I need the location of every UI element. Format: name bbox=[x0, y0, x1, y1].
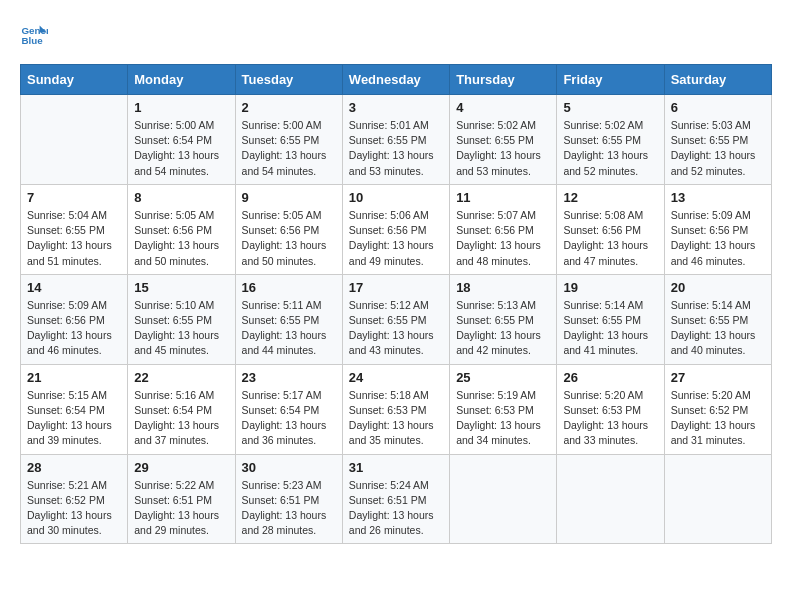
cell-content: Sunrise: 5:15 AM Sunset: 6:54 PM Dayligh… bbox=[27, 388, 121, 449]
day-number: 5 bbox=[563, 100, 657, 115]
day-number: 12 bbox=[563, 190, 657, 205]
cell-3-1: 14Sunrise: 5:09 AM Sunset: 6:56 PM Dayli… bbox=[21, 274, 128, 364]
day-number: 8 bbox=[134, 190, 228, 205]
cell-1-1 bbox=[21, 95, 128, 185]
day-number: 23 bbox=[242, 370, 336, 385]
cell-content: Sunrise: 5:04 AM Sunset: 6:55 PM Dayligh… bbox=[27, 208, 121, 269]
cell-2-2: 8Sunrise: 5:05 AM Sunset: 6:56 PM Daylig… bbox=[128, 184, 235, 274]
day-number: 21 bbox=[27, 370, 121, 385]
cell-content: Sunrise: 5:16 AM Sunset: 6:54 PM Dayligh… bbox=[134, 388, 228, 449]
cell-content: Sunrise: 5:12 AM Sunset: 6:55 PM Dayligh… bbox=[349, 298, 443, 359]
cell-4-7: 27Sunrise: 5:20 AM Sunset: 6:52 PM Dayli… bbox=[664, 364, 771, 454]
cell-content: Sunrise: 5:03 AM Sunset: 6:55 PM Dayligh… bbox=[671, 118, 765, 179]
cell-content: Sunrise: 5:02 AM Sunset: 6:55 PM Dayligh… bbox=[456, 118, 550, 179]
day-number: 3 bbox=[349, 100, 443, 115]
day-number: 22 bbox=[134, 370, 228, 385]
day-number: 9 bbox=[242, 190, 336, 205]
day-number: 14 bbox=[27, 280, 121, 295]
cell-content: Sunrise: 5:23 AM Sunset: 6:51 PM Dayligh… bbox=[242, 478, 336, 539]
col-header-tuesday: Tuesday bbox=[235, 65, 342, 95]
cell-3-7: 20Sunrise: 5:14 AM Sunset: 6:55 PM Dayli… bbox=[664, 274, 771, 364]
cell-content: Sunrise: 5:22 AM Sunset: 6:51 PM Dayligh… bbox=[134, 478, 228, 539]
cell-content: Sunrise: 5:06 AM Sunset: 6:56 PM Dayligh… bbox=[349, 208, 443, 269]
cell-content: Sunrise: 5:10 AM Sunset: 6:55 PM Dayligh… bbox=[134, 298, 228, 359]
cell-content: Sunrise: 5:11 AM Sunset: 6:55 PM Dayligh… bbox=[242, 298, 336, 359]
col-header-wednesday: Wednesday bbox=[342, 65, 449, 95]
day-number: 13 bbox=[671, 190, 765, 205]
col-header-friday: Friday bbox=[557, 65, 664, 95]
cell-content: Sunrise: 5:20 AM Sunset: 6:52 PM Dayligh… bbox=[671, 388, 765, 449]
cell-5-7 bbox=[664, 454, 771, 544]
cell-4-3: 23Sunrise: 5:17 AM Sunset: 6:54 PM Dayli… bbox=[235, 364, 342, 454]
cell-3-4: 17Sunrise: 5:12 AM Sunset: 6:55 PM Dayli… bbox=[342, 274, 449, 364]
cell-content: Sunrise: 5:17 AM Sunset: 6:54 PM Dayligh… bbox=[242, 388, 336, 449]
cell-4-2: 22Sunrise: 5:16 AM Sunset: 6:54 PM Dayli… bbox=[128, 364, 235, 454]
day-number: 19 bbox=[563, 280, 657, 295]
cell-content: Sunrise: 5:14 AM Sunset: 6:55 PM Dayligh… bbox=[671, 298, 765, 359]
cell-4-4: 24Sunrise: 5:18 AM Sunset: 6:53 PM Dayli… bbox=[342, 364, 449, 454]
week-row-2: 7Sunrise: 5:04 AM Sunset: 6:55 PM Daylig… bbox=[21, 184, 772, 274]
day-number: 28 bbox=[27, 460, 121, 475]
cell-content: Sunrise: 5:05 AM Sunset: 6:56 PM Dayligh… bbox=[134, 208, 228, 269]
cell-1-6: 5Sunrise: 5:02 AM Sunset: 6:55 PM Daylig… bbox=[557, 95, 664, 185]
week-row-1: 1Sunrise: 5:00 AM Sunset: 6:54 PM Daylig… bbox=[21, 95, 772, 185]
cell-2-5: 11Sunrise: 5:07 AM Sunset: 6:56 PM Dayli… bbox=[450, 184, 557, 274]
day-number: 4 bbox=[456, 100, 550, 115]
day-number: 18 bbox=[456, 280, 550, 295]
cell-3-6: 19Sunrise: 5:14 AM Sunset: 6:55 PM Dayli… bbox=[557, 274, 664, 364]
calendar-table: SundayMondayTuesdayWednesdayThursdayFrid… bbox=[20, 64, 772, 544]
day-number: 26 bbox=[563, 370, 657, 385]
cell-5-5 bbox=[450, 454, 557, 544]
cell-3-2: 15Sunrise: 5:10 AM Sunset: 6:55 PM Dayli… bbox=[128, 274, 235, 364]
cell-2-4: 10Sunrise: 5:06 AM Sunset: 6:56 PM Dayli… bbox=[342, 184, 449, 274]
cell-content: Sunrise: 5:09 AM Sunset: 6:56 PM Dayligh… bbox=[671, 208, 765, 269]
col-header-saturday: Saturday bbox=[664, 65, 771, 95]
day-number: 31 bbox=[349, 460, 443, 475]
cell-2-6: 12Sunrise: 5:08 AM Sunset: 6:56 PM Dayli… bbox=[557, 184, 664, 274]
day-number: 24 bbox=[349, 370, 443, 385]
cell-3-5: 18Sunrise: 5:13 AM Sunset: 6:55 PM Dayli… bbox=[450, 274, 557, 364]
cell-content: Sunrise: 5:00 AM Sunset: 6:55 PM Dayligh… bbox=[242, 118, 336, 179]
day-number: 10 bbox=[349, 190, 443, 205]
day-number: 11 bbox=[456, 190, 550, 205]
cell-content: Sunrise: 5:21 AM Sunset: 6:52 PM Dayligh… bbox=[27, 478, 121, 539]
day-number: 2 bbox=[242, 100, 336, 115]
cell-1-3: 2Sunrise: 5:00 AM Sunset: 6:55 PM Daylig… bbox=[235, 95, 342, 185]
day-number: 27 bbox=[671, 370, 765, 385]
cell-content: Sunrise: 5:07 AM Sunset: 6:56 PM Dayligh… bbox=[456, 208, 550, 269]
cell-5-2: 29Sunrise: 5:22 AM Sunset: 6:51 PM Dayli… bbox=[128, 454, 235, 544]
week-row-5: 28Sunrise: 5:21 AM Sunset: 6:52 PM Dayli… bbox=[21, 454, 772, 544]
cell-5-4: 31Sunrise: 5:24 AM Sunset: 6:51 PM Dayli… bbox=[342, 454, 449, 544]
cell-2-7: 13Sunrise: 5:09 AM Sunset: 6:56 PM Dayli… bbox=[664, 184, 771, 274]
cell-content: Sunrise: 5:02 AM Sunset: 6:55 PM Dayligh… bbox=[563, 118, 657, 179]
cell-1-7: 6Sunrise: 5:03 AM Sunset: 6:55 PM Daylig… bbox=[664, 95, 771, 185]
day-number: 25 bbox=[456, 370, 550, 385]
cell-content: Sunrise: 5:24 AM Sunset: 6:51 PM Dayligh… bbox=[349, 478, 443, 539]
day-number: 1 bbox=[134, 100, 228, 115]
cell-4-1: 21Sunrise: 5:15 AM Sunset: 6:54 PM Dayli… bbox=[21, 364, 128, 454]
cell-content: Sunrise: 5:09 AM Sunset: 6:56 PM Dayligh… bbox=[27, 298, 121, 359]
cell-5-6 bbox=[557, 454, 664, 544]
col-header-sunday: Sunday bbox=[21, 65, 128, 95]
logo: General Blue bbox=[20, 20, 52, 48]
day-number: 7 bbox=[27, 190, 121, 205]
svg-text:Blue: Blue bbox=[21, 35, 43, 46]
day-number: 20 bbox=[671, 280, 765, 295]
day-number: 30 bbox=[242, 460, 336, 475]
cell-content: Sunrise: 5:01 AM Sunset: 6:55 PM Dayligh… bbox=[349, 118, 443, 179]
cell-4-5: 25Sunrise: 5:19 AM Sunset: 6:53 PM Dayli… bbox=[450, 364, 557, 454]
cell-content: Sunrise: 5:13 AM Sunset: 6:55 PM Dayligh… bbox=[456, 298, 550, 359]
cell-3-3: 16Sunrise: 5:11 AM Sunset: 6:55 PM Dayli… bbox=[235, 274, 342, 364]
day-number: 6 bbox=[671, 100, 765, 115]
cell-1-5: 4Sunrise: 5:02 AM Sunset: 6:55 PM Daylig… bbox=[450, 95, 557, 185]
cell-content: Sunrise: 5:19 AM Sunset: 6:53 PM Dayligh… bbox=[456, 388, 550, 449]
day-number: 15 bbox=[134, 280, 228, 295]
cell-1-4: 3Sunrise: 5:01 AM Sunset: 6:55 PM Daylig… bbox=[342, 95, 449, 185]
cell-4-6: 26Sunrise: 5:20 AM Sunset: 6:53 PM Dayli… bbox=[557, 364, 664, 454]
day-number: 29 bbox=[134, 460, 228, 475]
week-row-4: 21Sunrise: 5:15 AM Sunset: 6:54 PM Dayli… bbox=[21, 364, 772, 454]
cell-1-2: 1Sunrise: 5:00 AM Sunset: 6:54 PM Daylig… bbox=[128, 95, 235, 185]
cell-content: Sunrise: 5:20 AM Sunset: 6:53 PM Dayligh… bbox=[563, 388, 657, 449]
col-header-thursday: Thursday bbox=[450, 65, 557, 95]
cell-content: Sunrise: 5:00 AM Sunset: 6:54 PM Dayligh… bbox=[134, 118, 228, 179]
